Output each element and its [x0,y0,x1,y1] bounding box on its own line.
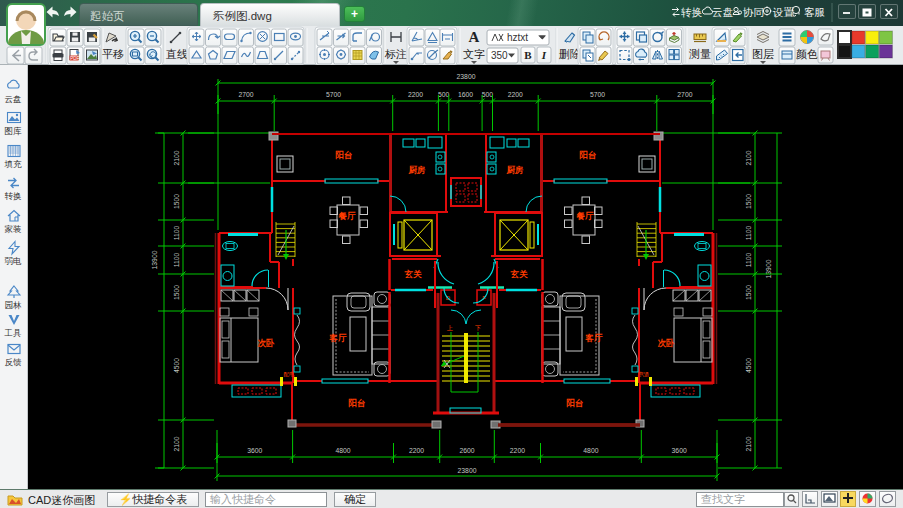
svg-text:设置: 设置 [772,6,795,18]
svg-text:23800: 23800 [457,73,476,80]
svg-text:2100: 2100 [745,150,752,165]
svg-text:颜色: 颜色 [796,48,818,60]
svg-text:家装: 家装 [5,224,23,234]
svg-text:4500: 4500 [173,358,180,373]
svg-text:厨房: 厨房 [408,165,427,175]
svg-text:阳台: 阳台 [336,150,353,160]
svg-text:1500: 1500 [745,285,752,300]
svg-text:1500: 1500 [173,194,180,209]
svg-text:A: A [469,29,480,45]
svg-text:标注: 标注 [384,48,407,60]
svg-text:餐厅: 餐厅 [338,211,357,221]
svg-text:500: 500 [438,91,450,98]
svg-text:1600: 1600 [458,91,473,98]
svg-text:1500: 1500 [745,194,752,209]
svg-text:配电: 配电 [284,371,296,378]
svg-text:PDF: PDF [70,56,79,61]
svg-text:图层: 图层 [752,48,774,60]
svg-text:文字: 文字 [463,48,485,60]
svg-text:上: 上 [446,325,453,331]
svg-text:B: B [524,49,532,61]
svg-text:1100: 1100 [173,225,180,240]
svg-text:客厅: 客厅 [329,333,348,343]
svg-text:次卧: 次卧 [658,338,676,348]
svg-text:转换: 转换 [5,191,22,201]
svg-text:客厅: 客厅 [585,333,604,343]
svg-text:测量: 测量 [689,48,711,60]
svg-text:2200: 2200 [409,447,424,454]
svg-text:弱电: 弱电 [5,256,23,266]
svg-text:3600: 3600 [247,447,262,454]
svg-text:2100: 2100 [745,436,752,451]
svg-text:4500: 4500 [745,358,752,373]
svg-text:350: 350 [491,50,508,61]
svg-text:5700: 5700 [326,91,341,98]
svg-text:1500: 1500 [173,285,180,300]
svg-text:23800: 23800 [458,467,477,474]
svg-text:hztxt: hztxt [507,32,528,43]
svg-text:4800: 4800 [335,447,350,454]
svg-text:餐厅: 餐厅 [576,211,595,221]
svg-text:填充: 填充 [4,159,23,169]
svg-text:下: 下 [475,325,481,331]
svg-text:平移: 平移 [102,48,124,60]
svg-text:云盘: 云盘 [712,6,734,18]
svg-text:4800: 4800 [583,447,598,454]
svg-text:配电: 配电 [637,371,649,378]
svg-text:厨房: 厨房 [506,165,525,175]
svg-text:1100: 1100 [745,225,752,240]
svg-text:玄关: 玄关 [404,269,423,279]
svg-text:2600: 2600 [459,447,474,454]
svg-text:3600: 3600 [672,447,687,454]
svg-text:13900: 13900 [151,250,158,269]
svg-text:次卧: 次卧 [258,338,276,348]
svg-text:1100: 1100 [173,252,180,267]
svg-text:5700: 5700 [590,91,605,98]
svg-text:1100: 1100 [745,252,752,267]
svg-text:客服: 客服 [804,6,825,18]
svg-text:云盘: 云盘 [5,94,22,104]
svg-text:玄关: 玄关 [510,269,529,279]
svg-text:I: I [541,49,547,61]
svg-text:直线: 直线 [165,48,188,60]
svg-text:500: 500 [482,91,494,98]
svg-text:2100: 2100 [173,150,180,165]
svg-text:反馈: 反馈 [5,357,23,367]
svg-text:13900: 13900 [765,259,772,278]
svg-text:2700: 2700 [677,91,692,98]
svg-text:2200: 2200 [510,447,525,454]
svg-text:阳台: 阳台 [580,150,597,160]
svg-text:2200: 2200 [408,91,423,98]
svg-text:阳台: 阳台 [349,398,366,408]
svg-text:图库: 图库 [5,126,23,136]
svg-text:2100: 2100 [173,436,180,451]
svg-text:工具: 工具 [4,328,22,338]
svg-text:转换: 转换 [681,6,703,18]
svg-text:2200: 2200 [508,91,523,98]
svg-text:2700: 2700 [239,91,254,98]
svg-text:园林: 园林 [5,300,23,310]
svg-text:阳台: 阳台 [567,398,584,408]
svg-text:协同: 协同 [742,6,764,18]
